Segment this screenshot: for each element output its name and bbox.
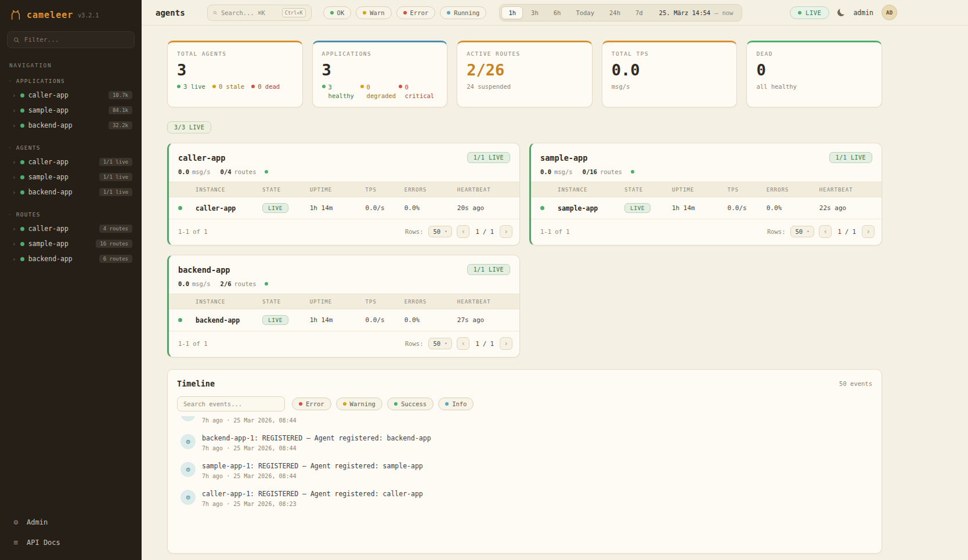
timeline-chip-info[interactable]: Info (438, 398, 474, 410)
avatar[interactable]: AD (882, 5, 897, 20)
errors-value: 0.0% (767, 204, 819, 212)
app-card-stats: 0.0 msg/s 2/6 routes (169, 280, 519, 294)
filter-chip-error[interactable]: Error (396, 6, 436, 19)
timeline-card: Timeline 50 events Error Warning (167, 369, 882, 554)
timeline-event[interactable]: ⚙ backend-app-1: REGISTERED — Agent regi… (177, 429, 872, 457)
app-card-title[interactable]: backend-app (178, 265, 230, 274)
col-tps: TPS (728, 187, 767, 193)
sidebar-filter-input[interactable] (24, 36, 128, 44)
chevron-right-icon: › (12, 107, 16, 114)
prev-page-button[interactable]: ‹ (819, 225, 832, 238)
stat-card-dead: DEAD 0 all healthy (746, 41, 882, 107)
col-heartbeat: HEARTBEAT (819, 187, 872, 193)
section-header-routes[interactable]: · ROUTES (7, 209, 135, 221)
page-indicator: 1 / 1 (474, 340, 495, 347)
prev-page-button[interactable]: ‹ (457, 225, 469, 238)
sidebar-item-applications-backend-app[interactable]: › backend-app 32.2k (7, 118, 135, 133)
next-page-button[interactable]: › (862, 225, 875, 238)
range-button-1h[interactable]: 1h (501, 6, 523, 19)
app-version: v3.2.1 (78, 12, 99, 19)
gear-icon: ⚙ (12, 518, 20, 526)
app-card-title[interactable]: caller-app (178, 153, 225, 162)
sidebar: cameleer v3.2.1 NAVIGATION · APPLICATION… (0, 0, 142, 560)
global-search[interactable]: Ctrl+K (207, 5, 312, 21)
section-header-applications[interactable]: · APPLICATIONS (7, 75, 135, 88)
sidebar-item-badge: 10.7k (109, 91, 132, 99)
sidebar-item-agents-sample-app[interactable]: › sample-app 1/1 live (7, 169, 135, 185)
app-card-title[interactable]: sample-app (540, 153, 587, 162)
rate-unit: msg/s (192, 168, 211, 175)
range-button-6h[interactable]: 6h (547, 6, 568, 19)
chevron-right-icon: › (12, 158, 16, 166)
timeline-search[interactable] (177, 396, 285, 411)
event-title: sample-app-1: REGISTERED — Agent registe… (202, 462, 423, 470)
rate-value: 0.0 (178, 280, 189, 287)
sidebar-item-agents-backend-app[interactable]: › backend-app 1/1 live (7, 185, 135, 200)
ok-dot-icon (330, 11, 334, 15)
sidebar-item-agents-caller-app[interactable]: › caller-app 1/1 live (7, 154, 135, 169)
range-button-today[interactable]: Today (569, 6, 601, 19)
col-instance: INSTANCE (558, 187, 624, 193)
instance-row[interactable]: caller-app LIVE 1h 14m 0.0/s 0.0% 20s ag… (169, 197, 519, 219)
range-button-7d[interactable]: 7d (629, 6, 650, 19)
timeline-event[interactable]: ⚙ caller-app-1: REGISTERED — Agent regis… (177, 416, 872, 429)
sidebar-item-label: sample-app (28, 173, 95, 181)
sidebar-item-admin[interactable]: ⚙ Admin (7, 512, 135, 532)
timeline-event[interactable]: ⚙ sample-app-1: REGISTERED — Agent regis… (177, 457, 872, 485)
filter-chip-warn[interactable]: Warn (356, 6, 391, 19)
sidebar-item-applications-caller-app[interactable]: › caller-app 10.7k (7, 88, 135, 103)
sidebar-item-label: sample-app (28, 240, 92, 248)
info-dot-icon (445, 402, 449, 406)
range-button-3h[interactable]: 3h (524, 6, 546, 19)
section-header-agents[interactable]: · AGENTS (7, 142, 135, 154)
instance-row[interactable]: backend-app LIVE 1h 14m 0.0/s 0.0% 27s a… (169, 309, 519, 331)
next-page-button[interactable]: › (500, 337, 512, 350)
stat-card-applications: APPLICATIONS 3 3 healthy 0 degraded 0 cr… (312, 41, 448, 107)
stat-label: DEAD (756, 50, 872, 57)
theme-toggle-moon-icon[interactable] (837, 9, 845, 16)
sidebar-item-api-docs[interactable]: ≡ API Docs (7, 533, 135, 552)
sidebar-filter[interactable] (7, 31, 135, 48)
routes-unit: routes (600, 168, 622, 175)
instance-row[interactable]: sample-app LIVE 1h 14m 0.0/s 0.0% 22s ag… (531, 197, 882, 219)
sidebar-item-routes-caller-app[interactable]: › caller-app 4 routes (7, 221, 135, 236)
chip-label: Error (410, 9, 429, 16)
filter-chip-ok[interactable]: OK (323, 6, 352, 19)
timeline-chip-warning[interactable]: Warning (336, 398, 382, 410)
search-icon (13, 37, 20, 44)
sidebar-item-applications-sample-app[interactable]: › sample-app 84.1k (7, 103, 135, 118)
rows-per-page-select[interactable]: 50 ▾ (428, 338, 453, 349)
stat-sub-text: all healthy (756, 83, 872, 90)
time-range-control: 1h 3h 6h Today 24h 7d 25. März 14:54 — n… (499, 4, 742, 21)
routes-value: 0/16 (583, 168, 597, 175)
sidebar-section-routes: · ROUTES › caller-app 4 routes › sample-… (7, 209, 135, 266)
global-search-input[interactable] (221, 9, 278, 16)
timeline-search-input[interactable] (183, 400, 279, 407)
sidebar-item-badge: 4 routes (99, 225, 132, 233)
stats-row: TOTAL AGENTS 3 3 live 0 stale 0 dead APP… (167, 41, 882, 107)
sidebar-item-label: caller-app (28, 91, 104, 99)
filter-chip-running[interactable]: Running (440, 6, 486, 19)
chevron-right-icon: › (12, 122, 16, 129)
sidebar-item-label: backend-app (28, 188, 95, 196)
timeline-chip-error[interactable]: Error (292, 398, 331, 410)
rows-per-page-select[interactable]: 50 ▾ (790, 226, 815, 237)
sidebar-item-badge: 6 routes (99, 255, 132, 263)
next-page-button[interactable]: › (500, 225, 512, 238)
prev-page-button[interactable]: ‹ (457, 337, 469, 350)
timeline-event-count: 50 events (839, 380, 872, 387)
sidebar-item-routes-backend-app[interactable]: › backend-app 6 routes (7, 251, 135, 266)
range-start: 25. März 14:54 (659, 9, 711, 16)
timeline-events-list: ⚙ caller-app-1: REGISTERED — Agent regis… (177, 416, 872, 553)
range-button-24h[interactable]: 24h (602, 6, 627, 19)
stat-value: 0.0 (612, 62, 728, 78)
routes-value: 2/6 (221, 280, 232, 287)
instance-name: caller-app (196, 204, 262, 212)
timeline-event[interactable]: ⚙ caller-app-1: REGISTERED — Agent regis… (177, 485, 872, 512)
sidebar-item-routes-sample-app[interactable]: › sample-app 16 routes (7, 236, 135, 251)
timeline-chip-success[interactable]: Success (387, 398, 434, 410)
app-name: cameleer (27, 10, 73, 20)
rows-per-page-select[interactable]: 50 ▾ (428, 226, 453, 237)
amber-dot-icon (360, 85, 364, 88)
stat-sub-text: msg/s (612, 83, 728, 90)
